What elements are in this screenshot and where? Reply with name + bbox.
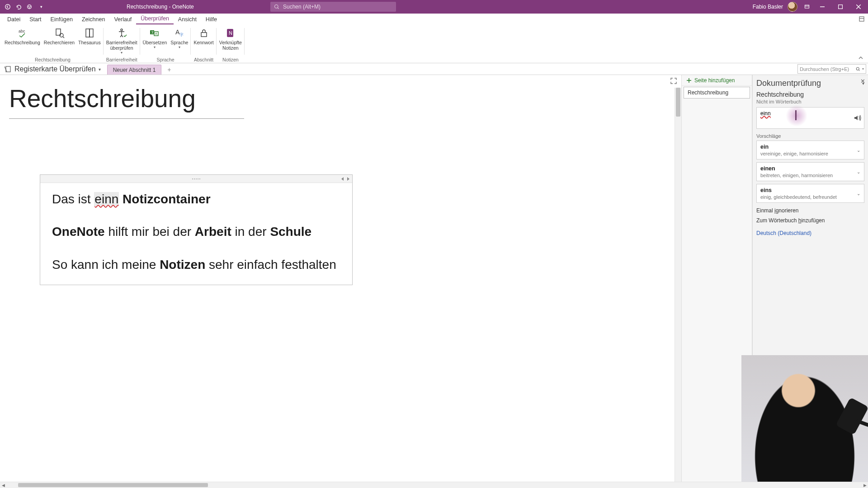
chevron-down-icon[interactable]: ⌄ <box>857 148 860 153</box>
suggestion-item[interactable]: einen beitreten, einigen, harmonisieren … <box>756 162 864 181</box>
svg-point-2 <box>28 6 29 7</box>
svg-point-4 <box>275 5 278 9</box>
chevron-down-icon: ▾ <box>862 67 864 71</box>
notebook-strip: Registerkarte Überprüfen ▾ Neuer Abschni… <box>0 63 868 75</box>
note-body[interactable]: Das ist einn Notizcontainer OneNote hilf… <box>40 183 352 285</box>
chevron-down-icon: ▾ <box>179 45 180 49</box>
chevron-down-icon[interactable]: ⌄ <box>857 169 860 174</box>
vertical-scrollbar[interactable] <box>675 88 681 482</box>
ribbon-group-section: Kennwort Abschnitt <box>191 25 216 63</box>
chevron-down-icon: ▾ <box>99 67 101 72</box>
ribbon-layout-button[interactable] <box>858 15 865 23</box>
spelling-button[interactable]: abc Rechtschreibung <box>3 25 42 56</box>
svg-point-0 <box>5 5 10 9</box>
menu-datei[interactable]: Datei <box>3 15 25 24</box>
thesaurus-button[interactable]: Thesaurus <box>76 25 103 56</box>
cursor-highlight-icon: I <box>786 105 807 127</box>
touch-mode-button[interactable] <box>24 2 34 12</box>
horizontal-scrollbar[interactable]: ◀ ▶ <box>0 482 868 488</box>
notebook-search-input[interactable]: Durchsuchen (Strg+E) ▾ <box>797 64 866 74</box>
password-button[interactable]: Kennwort <box>192 25 215 56</box>
menu-ansicht[interactable]: Ansicht <box>174 15 201 24</box>
page-list-item[interactable]: Rechtschreibung <box>684 87 750 99</box>
linked-notes-icon: N <box>225 27 236 39</box>
not-in-dictionary-label: Nicht im Wörterbuch <box>756 99 864 104</box>
scrollbar-thumb[interactable] <box>18 483 208 487</box>
note-line-3[interactable]: So kann ich meine Notizen sehr einfach f… <box>52 257 340 273</box>
menu-start[interactable]: Start <box>25 15 46 24</box>
svg-text:abc: abc <box>19 29 25 33</box>
qat-customize-button[interactable]: ▾ <box>36 2 46 12</box>
translate-button[interactable]: 文A Übersetzen ▾ <box>141 25 169 56</box>
menu-verlauf[interactable]: Verlauf <box>109 15 136 24</box>
svg-point-32 <box>856 67 859 70</box>
pane-title: Dokumentprüfung <box>756 79 821 88</box>
page-title[interactable]: Rechtschreibung <box>9 84 244 119</box>
account-username[interactable]: Fabio Basler <box>753 4 783 10</box>
proofing-language-link[interactable]: Deutsch (Deutschland) <box>756 230 864 236</box>
svg-text:I: I <box>794 107 798 123</box>
maximize-button[interactable] <box>833 0 848 14</box>
ribbon-group-spelling: abc Rechtschreibung Recherchieren Thesau… <box>2 25 104 63</box>
minimize-button[interactable] <box>815 0 830 14</box>
pane-subtitle: Rechtschreibung <box>756 91 864 98</box>
menu-einfuegen[interactable]: Einfügen <box>46 15 77 24</box>
add-to-dictionary-link[interactable]: Zum Wörterbuch hinzufügen <box>756 217 864 224</box>
note-container-handle[interactable] <box>40 175 352 183</box>
chevron-down-icon: ▾ <box>154 45 156 49</box>
ribbon-collapse-button[interactable] <box>858 55 864 61</box>
ribbon-group-accessibility: Barrierefreiheit überprüfen ▾ Barrierefr… <box>104 25 140 63</box>
search-icon <box>855 66 861 72</box>
ignore-once-link[interactable]: Einmal ignorieren <box>756 207 864 214</box>
plus-icon <box>686 78 692 83</box>
suggestion-item[interactable]: eins einig, gleichbedeutend, befreundet … <box>756 184 864 203</box>
suggestion-item[interactable]: ein vereinige, einige, harmonisiere ⌄ <box>756 141 864 160</box>
search-placeholder: Suchen (Alt+M) <box>283 4 321 10</box>
scrollbar-thumb[interactable] <box>676 88 680 117</box>
svg-rect-12 <box>859 17 864 21</box>
container-collapse-right-button[interactable] <box>346 177 350 181</box>
language-button[interactable]: A字 Sprache ▾ <box>169 25 190 56</box>
menu-ueberpruefen[interactable]: Überprüfen <box>136 14 174 24</box>
svg-rect-6 <box>805 5 809 8</box>
close-pane-button[interactable]: ✕ <box>860 78 865 84</box>
add-page-button[interactable]: Seite hinzufügen <box>682 75 752 86</box>
window-mode-button[interactable] <box>802 2 812 12</box>
menu-zeichnen[interactable]: Zeichnen <box>77 15 109 24</box>
note-container[interactable]: Das ist einn Notizcontainer OneNote hilf… <box>40 174 353 285</box>
menu-hilfe[interactable]: Hilfe <box>201 15 222 24</box>
linked-notes-button[interactable]: N Verknüpfte Notizen <box>217 25 244 56</box>
note-line-2[interactable]: OneNote hilft mir bei der Arbeit in der … <box>52 224 340 240</box>
section-tab[interactable]: Neuer Abschnitt 1 <box>107 65 162 75</box>
scroll-right-button[interactable]: ▶ <box>862 482 868 488</box>
svg-rect-27 <box>201 33 207 37</box>
search-box[interactable]: Suchen (Alt+M) <box>270 2 396 12</box>
scrollbar-track[interactable] <box>6 482 862 488</box>
add-page-label: Seite hinzufügen <box>694 77 735 84</box>
svg-line-33 <box>859 70 860 70</box>
container-collapse-left-button[interactable] <box>340 177 345 181</box>
read-aloud-button[interactable] <box>853 114 861 122</box>
page-canvas[interactable]: Rechtschreibung Das ist einn Notizcontai… <box>0 75 682 482</box>
svg-point-20 <box>121 29 123 31</box>
misspelled-word-box: einn I <box>756 107 864 129</box>
spelling-error-word[interactable]: einn <box>94 192 119 206</box>
svg-line-17 <box>63 37 64 38</box>
nav-back-button[interactable] <box>3 2 13 12</box>
expand-page-button[interactable] <box>670 78 679 86</box>
new-section-button[interactable]: + <box>164 65 174 75</box>
research-button[interactable]: Recherchieren <box>42 25 76 56</box>
grip-icon <box>192 178 200 179</box>
scroll-left-button[interactable]: ◀ <box>0 482 6 488</box>
chevron-down-icon[interactable]: ⌄ <box>857 191 860 196</box>
undo-button[interactable] <box>14 2 24 12</box>
close-button[interactable] <box>851 0 866 14</box>
notebook-selector[interactable]: Registerkarte Überprüfen ▾ <box>4 64 104 75</box>
window-title: Rechtschreibung - OneNote <box>127 4 194 10</box>
svg-text:字: 字 <box>179 33 184 37</box>
note-line-1[interactable]: Das ist einn Notizcontainer <box>52 191 340 207</box>
editor-proofing-pane: ✕ Dokumentprüfung ▾ Rechtschreibung Nich… <box>752 75 868 482</box>
accessibility-check-button[interactable]: Barrierefreiheit überprüfen ▾ <box>104 25 139 56</box>
account-avatar[interactable] <box>788 2 797 12</box>
ribbon: abc Rechtschreibung Recherchieren Thesau… <box>0 24 868 63</box>
